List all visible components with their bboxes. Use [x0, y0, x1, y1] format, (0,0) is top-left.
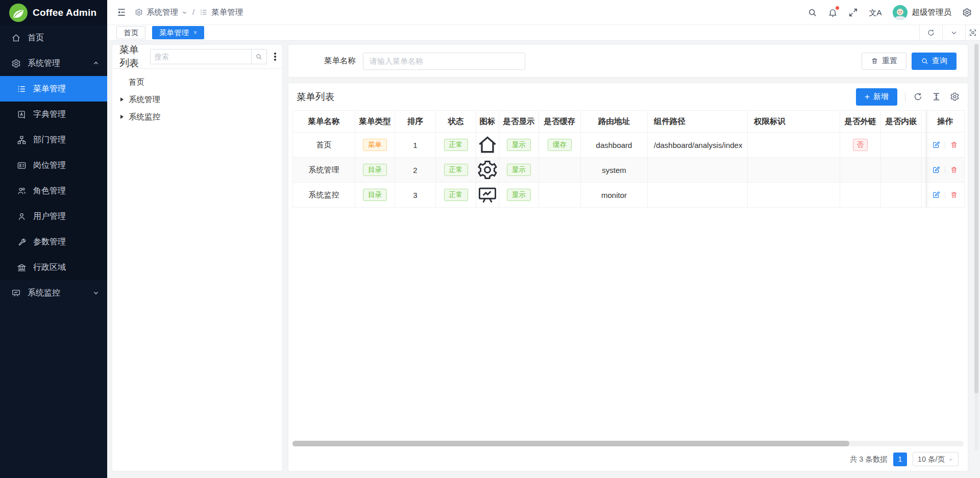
sidebar-item-post-mgmt[interactable]: 岗位管理 [0, 153, 107, 178]
menu-name-input[interactable] [363, 53, 525, 70]
menu-list-card: 菜单列表 + 新增 [288, 83, 968, 471]
cell-route: monitor [581, 183, 648, 208]
sidebar-item-menu-mgmt[interactable]: 菜单管理 [0, 76, 107, 102]
user-menu[interactable]: 超级管理员 [893, 5, 952, 20]
sidebar-item-dict-mgmt[interactable]: 字典管理 [0, 102, 107, 127]
vertical-scrollbar-thumb[interactable] [974, 44, 978, 393]
cell-visible: 显示 [499, 158, 539, 183]
cell-cache: 缓存 [539, 133, 581, 158]
sidebar-item-region[interactable]: 行政区域 [0, 255, 107, 280]
gear-icon[interactable] [962, 8, 972, 17]
breadcrumb-separator: / [192, 8, 194, 17]
cell-route: dashboard [581, 133, 648, 158]
tree-search [150, 49, 267, 64]
col-header: 组件路径 [648, 111, 748, 133]
menu-fold-icon[interactable] [116, 7, 127, 17]
status-badge: 正常 [444, 164, 468, 176]
home-icon [11, 33, 21, 43]
brand-title: Coffee Admin [33, 7, 96, 18]
chevron-down-icon[interactable] [942, 25, 965, 40]
sidebar-item-label: 岗位管理 [33, 160, 66, 171]
col-header: 排序 [395, 111, 436, 133]
topbar: 系统管理 / 菜单管理 [107, 0, 980, 25]
sidebar-item-label: 菜单管理 [33, 84, 66, 94]
tree-search-input[interactable] [150, 49, 251, 64]
col-header: 图标 [476, 111, 499, 133]
card-title: 菜单列表 [297, 90, 334, 103]
refresh-icon[interactable] [913, 92, 923, 102]
tree-node-label: 系统管理 [129, 94, 160, 105]
sidebar-item-param-mgmt[interactable]: 参数管理 [0, 229, 107, 255]
cell-menu-name: 系统管理 [293, 158, 355, 183]
horizontal-scrollbar-thumb[interactable] [292, 441, 849, 446]
sidebar-item-role-mgmt[interactable]: 角色管理 [0, 178, 107, 204]
content-fullscreen-icon[interactable] [965, 25, 980, 40]
close-icon[interactable]: × [193, 30, 197, 36]
delete-icon[interactable] [950, 141, 958, 149]
action-divider [945, 166, 945, 173]
cell-embed [881, 158, 922, 183]
search-button[interactable]: 查询 [912, 53, 957, 70]
user-icon [17, 212, 27, 221]
search-icon[interactable] [807, 8, 817, 17]
content: 菜单列表 首页 系统管理 [107, 41, 980, 478]
home-icon [476, 134, 499, 156]
cell-component [648, 183, 748, 208]
cell-menu-name: 首页 [293, 133, 355, 158]
col-header: 路由地址 [581, 111, 648, 133]
reset-button[interactable]: 重置 [862, 53, 906, 70]
search-icon [921, 57, 928, 65]
tree-panel-title: 菜单列表 [119, 43, 144, 70]
page-button-1[interactable]: 1 [893, 452, 907, 466]
sidebar-item-user-mgmt[interactable]: 用户管理 [0, 204, 107, 229]
cell-external: 否 [840, 133, 881, 158]
col-header: 状态 [436, 111, 476, 133]
more-options-icon[interactable] [273, 51, 278, 62]
breadcrumb-current[interactable]: 菜单管理 [211, 7, 243, 18]
visible-badge: 显示 [507, 189, 531, 201]
fullscreen-icon[interactable] [848, 8, 858, 17]
cell-menu-type: 目录 [355, 183, 395, 208]
edit-icon[interactable] [932, 141, 940, 149]
delete-icon[interactable] [950, 166, 958, 174]
edit-icon[interactable] [932, 191, 940, 199]
add-button[interactable]: + 新增 [856, 88, 897, 106]
cell-component: /dashboard/analysis/index [648, 133, 748, 158]
caret-right-icon[interactable] [120, 115, 129, 119]
monitor-icon [476, 184, 499, 206]
breadcrumb-parent[interactable]: 系统管理 [146, 7, 178, 18]
type-badge: 菜单 [363, 139, 387, 151]
gear-icon[interactable] [950, 92, 960, 102]
density-icon[interactable] [932, 92, 941, 102]
cell-embed [881, 133, 922, 158]
sidebar: Coffee Admin 首页 系统管理 [0, 0, 107, 478]
tree-node-monitor[interactable]: 系统监控 [112, 108, 282, 125]
leaf-icon [9, 4, 28, 22]
sidebar-item-monitor[interactable]: 系统监控 [0, 280, 107, 306]
brand[interactable]: Coffee Admin [0, 0, 107, 25]
card-header: 菜单列表 + 新增 [288, 83, 968, 110]
gear-icon [476, 159, 499, 181]
page-size-select[interactable]: 10 条/页 [913, 452, 959, 466]
sidebar-item-dept-mgmt[interactable]: 部门管理 [0, 127, 107, 153]
translate-icon[interactable]: 文A [869, 9, 881, 16]
gear-icon [11, 59, 21, 68]
col-header: 权限标识 [748, 111, 840, 133]
tree-node-system[interactable]: 系统管理 [112, 91, 282, 108]
sidebar-item-system[interactable]: 系统管理 [0, 51, 107, 76]
cell-status: 正常 [436, 158, 476, 183]
caret-right-icon[interactable] [120, 97, 129, 102]
tree-node-label: 首页 [129, 77, 144, 88]
search-icon[interactable] [251, 49, 267, 64]
tab-home[interactable]: 首页 [116, 26, 145, 39]
sidebar-item-home[interactable]: 首页 [0, 25, 107, 51]
table-row: 系统监控 目录 3 正常 显示 monitor [293, 183, 965, 208]
tree-node-home[interactable]: 首页 [112, 73, 282, 91]
bell-icon[interactable] [828, 8, 838, 17]
refresh-icon[interactable] [919, 25, 942, 40]
col-header: 是否内嵌 [881, 111, 922, 133]
delete-icon[interactable] [950, 191, 958, 199]
edit-icon[interactable] [932, 166, 940, 174]
list-icon [17, 84, 27, 94]
tab-menu-mgmt[interactable]: 菜单管理 × [152, 26, 204, 39]
